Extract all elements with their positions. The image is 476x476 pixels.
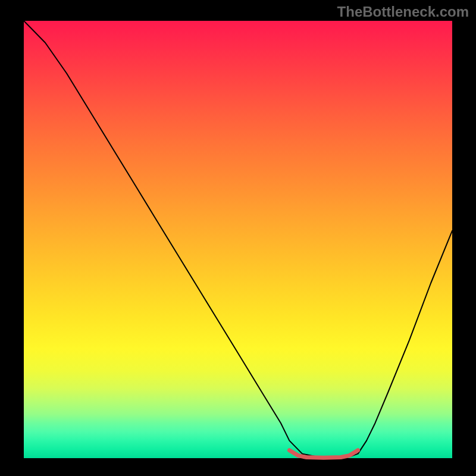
watermark-text: TheBottleneck.com	[337, 4, 469, 20]
chart-container: TheBottleneck.com	[0, 0, 476, 476]
curve-layer	[24, 21, 452, 458]
bottleneck-curve	[24, 21, 452, 458]
plot-area	[24, 21, 452, 458]
